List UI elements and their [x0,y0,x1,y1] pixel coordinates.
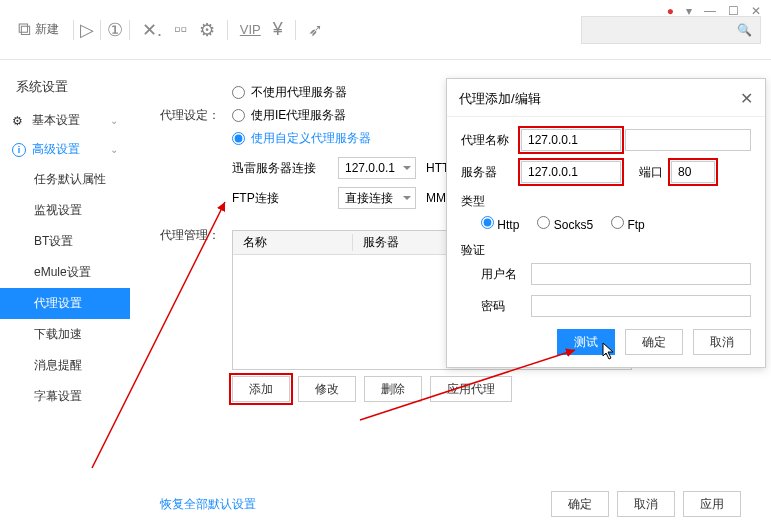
server-input[interactable]: 127.0.0.1 [521,161,621,183]
auth-section-label: 验证 [461,242,751,259]
proxy-name-input[interactable]: 127.0.0.1 [521,129,621,151]
delete-button[interactable]: 删除 [364,376,422,402]
dropdown-icon[interactable]: ▾ [686,4,692,18]
close-icon[interactable]: ✕ [751,4,761,18]
edit-button[interactable]: 修改 [298,376,356,402]
sidebar-item-accel[interactable]: 下载加速 [0,319,130,350]
gear-icon: ⚙ [12,114,26,128]
apply-proxy-button[interactable]: 应用代理 [430,376,512,402]
sidebar-item-task-defaults[interactable]: 任务默认属性 [0,164,130,195]
ftp-conn-select[interactable]: 直接连接 [338,187,416,209]
apply-button[interactable]: 应用 [683,491,741,517]
sidebar: 系统设置 ⚙ 基本设置 ⌄ i 高级设置 ⌄ 任务默认属性 监视设置 BT设置 … [0,60,130,531]
type-socks5[interactable]: Socks5 [537,216,593,232]
sidebar-item-notify[interactable]: 消息提醒 [0,350,130,381]
play-icon[interactable]: ▷ [80,19,94,41]
proxy-opt-none[interactable]: 不使用代理服务器 [232,84,371,101]
type-section-label: 类型 [461,193,751,210]
proxy-name-input-ext[interactable] [625,129,751,151]
type-ftp[interactable]: Ftp [611,216,645,232]
new-button[interactable]: ⧉ 新建 [10,13,67,46]
new-icon: ⧉ [18,19,31,40]
minimize-icon[interactable]: — [704,4,716,18]
rocket-icon[interactable]: ➶ [308,19,323,41]
dialog-ok-button[interactable]: 确定 [625,329,683,355]
restore-defaults-link[interactable]: 恢复全部默认设置 [160,496,256,513]
ok-button[interactable]: 确定 [551,491,609,517]
coin-icon[interactable]: ¥ [273,19,283,40]
username-label: 用户名 [481,266,531,283]
sidebar-advanced[interactable]: i 高级设置 ⌄ [0,135,130,164]
xl-conn-label: 迅雷服务器连接 [232,160,328,177]
sidebar-item-proxy[interactable]: 代理设置 [0,288,130,319]
username-input[interactable] [531,263,751,285]
chevron-down-icon: ⌄ [110,115,118,126]
proxy-name-label: 代理名称 [461,132,521,149]
password-input[interactable] [531,295,751,317]
xl-conn-select[interactable]: 127.0.0.1 [338,157,416,179]
type-http[interactable]: Http [481,216,519,232]
sidebar-basic[interactable]: ⚙ 基本设置 ⌄ [0,106,130,135]
col-name: 名称 [233,234,353,251]
proxy-setting-label: 代理设定： [160,107,228,124]
server-label: 服务器 [461,164,521,181]
test-button[interactable]: 测试 [557,329,615,355]
maximize-icon[interactable]: ☐ [728,4,739,18]
proxy-opt-ie[interactable]: 使用IE代理服务器 [232,107,371,124]
port-input[interactable]: 80 [671,161,715,183]
add-button[interactable]: 添加 [232,376,290,402]
password-label: 密码 [481,298,531,315]
sidebar-title: 系统设置 [0,74,130,106]
sidebar-item-subtitle[interactable]: 字幕设置 [0,381,130,412]
ftp-conn-label: FTP连接 [232,190,328,207]
top-toolbar: ● ▾ — ☐ ✕ ⧉ 新建 ▷ ① ✕. ▫▫ ⚙ VIP ¥ ➶ 🔍 [0,0,771,60]
cancel-button[interactable]: 取消 [617,491,675,517]
dialog-cancel-button[interactable]: 取消 [693,329,751,355]
chevron-down-icon: ⌄ [110,144,118,155]
sidebar-item-monitor[interactable]: 监视设置 [0,195,130,226]
notification-icon[interactable]: ● [667,4,674,18]
proxy-mgmt-label: 代理管理： [160,227,228,244]
delete-icon[interactable]: ✕. [142,19,162,41]
sidebar-item-bt[interactable]: BT设置 [0,226,130,257]
grid-icon[interactable]: ▫▫ [174,19,187,40]
proxy-opt-custom[interactable]: 使用自定义代理服务器 [232,130,371,147]
proxy-edit-dialog: 代理添加/编辑 ✕ 代理名称 127.0.0.1 服务器 127.0.0.1 端… [446,78,766,368]
dialog-title: 代理添加/编辑 [459,90,541,108]
info-icon: i [12,143,26,157]
settings-icon[interactable]: ⚙ [199,19,215,41]
sidebar-item-emule[interactable]: eMule设置 [0,257,130,288]
priority-icon[interactable]: ① [107,19,123,41]
port-label: 端口 [639,164,663,181]
dialog-close-icon[interactable]: ✕ [740,89,753,108]
search-input[interactable]: 🔍 [581,16,761,44]
vip-icon[interactable]: VIP [240,22,261,37]
search-icon: 🔍 [737,23,752,37]
